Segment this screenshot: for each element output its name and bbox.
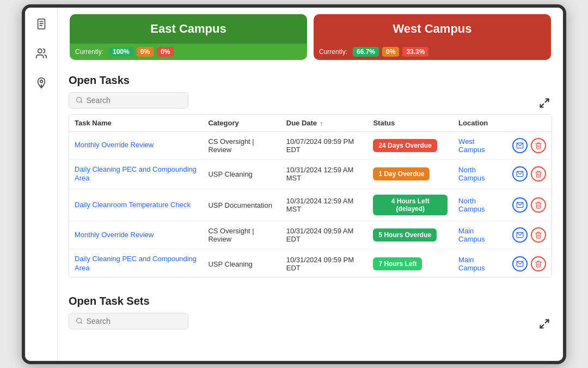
location-link[interactable]: North Campus bbox=[458, 197, 485, 213]
status-badge: 5 Hours Overdue bbox=[373, 228, 437, 242]
east-campus-header: East Campus bbox=[70, 14, 307, 44]
location-cell: Main Campus bbox=[453, 249, 507, 277]
east-campus-footer: Currently: 100% 0% 0% bbox=[70, 44, 307, 60]
task-name-link[interactable]: Monthly Override Review bbox=[75, 141, 154, 149]
east-campus-title: East Campus bbox=[150, 22, 226, 35]
west-campus-footer: Currently: 66.7% 0% 33.3% bbox=[314, 44, 551, 60]
open-task-sets-search-input[interactable] bbox=[87, 317, 182, 325]
open-tasks-header-tr: Task Name Category Due Date ↑ Status Loc… bbox=[69, 114, 552, 132]
open-tasks-search-bar[interactable] bbox=[69, 92, 188, 108]
open-tasks-tbody: Monthly Override ReviewCS Oversight | Re… bbox=[69, 131, 552, 277]
open-task-sets-search-bar[interactable] bbox=[69, 313, 188, 329]
campus-row: East Campus Currently: 100% 0% 0% West C… bbox=[58, 8, 563, 67]
col-category: Category bbox=[203, 114, 280, 132]
west-stat-green: 66.7% bbox=[353, 47, 379, 57]
delete-button[interactable] bbox=[531, 227, 546, 243]
open-task-sets-expand-icon[interactable] bbox=[537, 316, 552, 331]
east-stat-orange: 0% bbox=[137, 47, 154, 57]
location-cell: North Campus bbox=[453, 189, 507, 221]
status-badge: 1 Day Overdue bbox=[373, 167, 430, 180]
search-icon bbox=[76, 96, 83, 104]
email-button[interactable] bbox=[512, 138, 528, 153]
category-cell: CS Oversight | Review bbox=[203, 131, 280, 159]
open-task-sets-section: Open Task Sets bbox=[58, 287, 563, 335]
location-link[interactable]: Main Campus bbox=[458, 227, 485, 243]
actions-cell bbox=[507, 131, 552, 159]
col-status: Status bbox=[367, 114, 453, 132]
delete-button[interactable] bbox=[531, 256, 546, 272]
open-tasks-expand-icon[interactable] bbox=[537, 95, 552, 111]
task-name-cell: Monthly Override Review bbox=[69, 221, 203, 249]
table-row: Daily Cleaning PEC and Compounding AreaU… bbox=[69, 249, 552, 277]
task-name-cell: Monthly Override Review bbox=[69, 131, 203, 159]
svg-line-9 bbox=[81, 101, 82, 102]
task-name-cell: Daily Cleanroom Temperature Check bbox=[69, 189, 203, 221]
email-button[interactable] bbox=[512, 227, 528, 243]
svg-line-18 bbox=[81, 322, 82, 323]
open-tasks-thead: Task Name Category Due Date ↑ Status Loc… bbox=[69, 114, 552, 132]
status-badge: 4 Hours Left (delayed) bbox=[373, 195, 448, 215]
actions-cell bbox=[507, 249, 552, 277]
actions-cell bbox=[507, 159, 552, 189]
task-name-link[interactable]: Daily Cleaning PEC and Compounding Area bbox=[75, 165, 197, 183]
col-location: Location bbox=[453, 114, 507, 132]
west-campus-card: West Campus Currently: 66.7% 0% 33.3% bbox=[314, 14, 551, 60]
west-campus-title: West Campus bbox=[393, 22, 471, 35]
category-cell: USP Cleaning bbox=[203, 159, 280, 189]
table-row: Daily Cleaning PEC and Compounding AreaU… bbox=[69, 159, 552, 189]
svg-point-4 bbox=[38, 49, 41, 52]
due-date-cell: 10/31/2024 12:59 AM MST bbox=[281, 159, 368, 189]
open-task-sets-header-row bbox=[69, 313, 552, 335]
open-tasks-table: Task Name Category Due Date ↑ Status Loc… bbox=[69, 114, 552, 277]
location-link[interactable]: Main Campus bbox=[458, 256, 485, 272]
email-button[interactable] bbox=[512, 197, 528, 213]
svg-point-5 bbox=[40, 80, 42, 82]
west-stat-orange: 0% bbox=[382, 47, 399, 57]
task-name-link[interactable]: Monthly Override Review bbox=[75, 231, 154, 239]
due-date-cell: 10/07/2024 09:59 PM EDT bbox=[281, 131, 368, 159]
task-name-cell: Daily Cleaning PEC and Compounding Area bbox=[69, 249, 203, 277]
document-nav-icon[interactable] bbox=[32, 14, 51, 34]
actions-cell bbox=[507, 221, 552, 249]
sidebar bbox=[25, 8, 58, 361]
status-cell: 1 Day Overdue bbox=[367, 159, 453, 189]
col-actions bbox=[507, 114, 552, 132]
action-icons bbox=[512, 138, 546, 153]
action-icons bbox=[512, 256, 546, 272]
status-badge: 7 Hours Left bbox=[373, 257, 422, 270]
open-tasks-section: Open Tasks bbox=[58, 67, 563, 280]
delete-button[interactable] bbox=[531, 197, 546, 213]
action-icons bbox=[512, 227, 546, 243]
users-nav-icon[interactable] bbox=[32, 44, 51, 63]
action-icons bbox=[512, 197, 546, 213]
location-link[interactable]: North Campus bbox=[458, 166, 485, 182]
due-date-cell: 10/31/2024 12:59 AM MST bbox=[281, 189, 368, 221]
category-cell: USP Cleaning bbox=[203, 249, 280, 277]
task-name-link[interactable]: Daily Cleanroom Temperature Check bbox=[75, 201, 191, 209]
delete-button[interactable] bbox=[531, 138, 546, 153]
open-task-sets-title: Open Task Sets bbox=[69, 295, 552, 307]
location-cell: Main Campus bbox=[453, 221, 507, 249]
actions-cell bbox=[507, 189, 552, 221]
open-tasks-search-input[interactable] bbox=[87, 96, 182, 105]
category-cell: USP Documentation bbox=[203, 189, 280, 221]
col-due-date[interactable]: Due Date ↑ bbox=[281, 114, 368, 132]
location-cell: North Campus bbox=[453, 159, 507, 189]
open-tasks-table-container: Task Name Category Due Date ↑ Status Loc… bbox=[69, 114, 552, 280]
east-campus-label: Currently: bbox=[75, 48, 103, 56]
status-cell: 5 Hours Overdue bbox=[367, 221, 453, 249]
location-add-nav-icon[interactable] bbox=[32, 73, 51, 93]
location-link[interactable]: West Campus bbox=[458, 137, 485, 154]
open-tasks-header-row bbox=[69, 92, 552, 114]
due-date-cell: 10/31/2024 09:59 AM EDT bbox=[281, 221, 368, 249]
open-tasks-title: Open Tasks bbox=[69, 74, 552, 87]
email-button[interactable] bbox=[512, 166, 528, 182]
table-row: Daily Cleanroom Temperature CheckUSP Doc… bbox=[69, 189, 552, 221]
task-name-link[interactable]: Daily Cleaning PEC and Compounding Area bbox=[75, 255, 197, 272]
east-stat-green: 100% bbox=[109, 47, 133, 57]
status-cell: 7 Hours Left bbox=[367, 249, 453, 277]
delete-button[interactable] bbox=[531, 166, 546, 182]
west-campus-label: Currently: bbox=[319, 48, 347, 56]
task-name-cell: Daily Cleaning PEC and Compounding Area bbox=[69, 159, 203, 189]
email-button[interactable] bbox=[512, 256, 528, 272]
